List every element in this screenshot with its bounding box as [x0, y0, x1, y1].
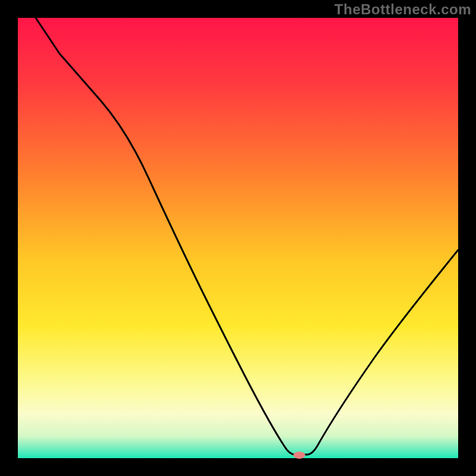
optimal-marker [293, 452, 305, 459]
watermark-text: TheBottleneck.com [334, 1, 471, 18]
plot-background [18, 18, 458, 458]
bottleneck-chart [0, 0, 476, 476]
chart-container: TheBottleneck.com [0, 0, 476, 476]
